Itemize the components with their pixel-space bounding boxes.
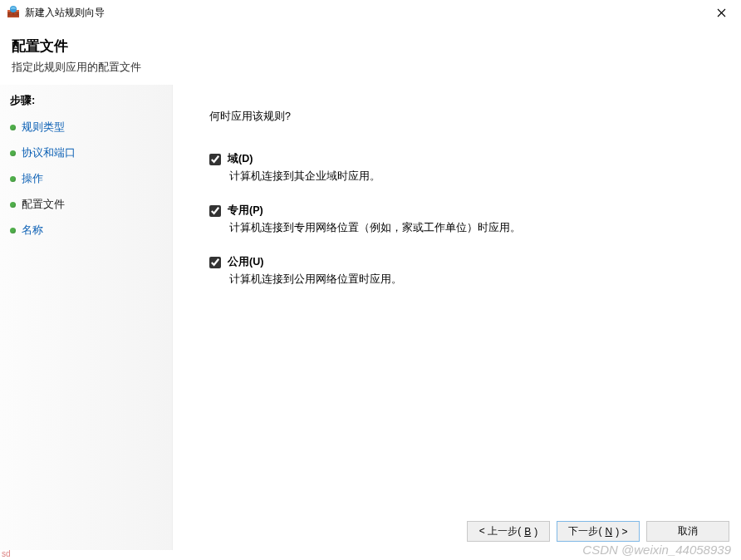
option-desc: 计算机连接到其企业域时应用。 — [229, 169, 729, 184]
step-profile[interactable]: 配置文件 — [0, 192, 172, 218]
cancel-label: 取消 — [678, 524, 698, 538]
steps-heading: 步骤: — [0, 91, 172, 115]
option-public: 公用(U) 计算机连接到公用网络位置时应用。 — [209, 255, 729, 287]
option-private: 专用(P) 计算机连接到专用网络位置（例如，家或工作单位）时应用。 — [209, 204, 729, 235]
step-action[interactable]: 操作 — [0, 166, 172, 192]
back-button[interactable]: < 上一步(B) — [467, 521, 550, 542]
main-panel: 何时应用该规则? 域(D) 计算机连接到其企业域时应用。 专用(P) 计算机连接… — [173, 85, 741, 550]
next-label-prefix: 下一步( — [568, 524, 601, 538]
step-rule-type[interactable]: 规则类型 — [0, 115, 172, 140]
titlebar: 新建入站规则向导 — [0, 0, 741, 25]
cancel-button[interactable]: 取消 — [646, 521, 729, 542]
bullet-icon — [10, 202, 16, 208]
wizard-body: 步骤: 规则类型 协议和端口 操作 配置文件 名称 何时应用该规则? 域(D) — [0, 85, 741, 550]
step-label: 操作 — [22, 172, 43, 186]
checkbox-domain[interactable] — [209, 154, 221, 165]
next-button[interactable]: 下一步(N) > — [557, 521, 640, 542]
option-private-row[interactable]: 专用(P) — [209, 204, 729, 218]
watermark-sd: sd — [2, 549, 11, 558]
question-text: 何时应用该规则? — [209, 110, 729, 124]
bullet-icon — [10, 228, 16, 233]
next-label-suffix: ) > — [616, 526, 627, 538]
next-hotkey: N — [605, 526, 612, 538]
page-title: 配置文件 — [12, 37, 729, 56]
step-name[interactable]: 名称 — [0, 218, 172, 243]
option-desc: 计算机连接到专用网络位置（例如，家或工作单位）时应用。 — [229, 221, 729, 235]
option-label: 公用(U) — [228, 255, 263, 269]
window-title: 新建入站规则向导 — [25, 6, 105, 20]
bullet-icon — [10, 150, 16, 156]
page-header: 配置文件 指定此规则应用的配置文件 — [0, 25, 741, 85]
back-hotkey: B — [524, 526, 531, 538]
step-label: 规则类型 — [22, 120, 65, 135]
checkbox-public[interactable] — [209, 257, 221, 268]
option-domain: 域(D) 计算机连接到其企业域时应用。 — [209, 152, 729, 184]
back-label-prefix: < 上一步( — [479, 524, 521, 538]
bullet-icon — [10, 125, 16, 130]
bullet-icon — [10, 176, 16, 182]
page-subtitle: 指定此规则应用的配置文件 — [12, 61, 729, 75]
option-label: 域(D) — [228, 152, 253, 166]
back-label-suffix: ) — [534, 526, 537, 538]
step-label: 名称 — [22, 224, 43, 238]
option-label: 专用(P) — [228, 204, 263, 218]
close-icon — [717, 8, 726, 17]
option-public-row[interactable]: 公用(U) — [209, 255, 729, 269]
step-label: 协议和端口 — [22, 146, 76, 160]
steps-sidebar: 步骤: 规则类型 协议和端口 操作 配置文件 名称 — [0, 85, 173, 550]
option-desc: 计算机连接到公用网络位置时应用。 — [229, 273, 729, 287]
step-protocol-port[interactable]: 协议和端口 — [0, 140, 172, 166]
titlebar-left: 新建入站规则向导 — [7, 6, 105, 20]
firewall-icon — [7, 6, 20, 19]
step-label: 配置文件 — [22, 198, 65, 212]
option-domain-row[interactable]: 域(D) — [209, 152, 729, 166]
close-button[interactable] — [704, 2, 738, 23]
wizard-button-row: < 上一步(B) 下一步(N) > 取消 — [467, 521, 729, 542]
checkbox-private[interactable] — [209, 205, 221, 217]
